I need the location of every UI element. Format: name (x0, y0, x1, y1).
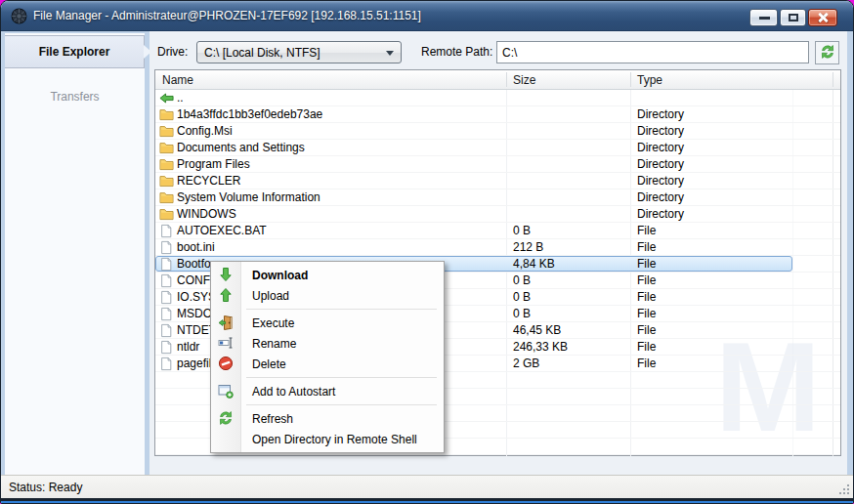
file-size: 0 B (513, 224, 531, 237)
file-icon (159, 307, 174, 321)
table-row[interactable]: .. (155, 90, 840, 106)
table-row[interactable]: 1b4a3ffdc1bb3ef0edeb73aeDirectory (155, 106, 840, 123)
file-type: File (637, 257, 656, 271)
column-header-type[interactable]: Type (637, 73, 662, 87)
file-name: RECYCLER (177, 174, 240, 188)
refresh-button[interactable] (815, 41, 839, 64)
folder-icon (159, 141, 174, 155)
sidebar: File Explorer Transfers (5, 33, 145, 475)
resize-grip[interactable] (837, 483, 849, 494)
table-row[interactable]: RECYCLERDirectory (155, 173, 840, 189)
menu-item-refresh[interactable]: Refresh (211, 408, 444, 429)
drive-label: Drive: (157, 45, 188, 59)
upload-icon (218, 287, 234, 303)
file-icon (159, 290, 174, 305)
context-menu: DownloadUploadExecuteRenameDeleteAdd to … (210, 261, 445, 453)
menu-item-label: Refresh (252, 412, 293, 426)
file-type: Directory (637, 157, 684, 171)
file-size: 0 B (513, 307, 531, 320)
menu-item-label: Execute (252, 316, 294, 330)
download-icon (218, 267, 234, 282)
file-name: Config.Msi (177, 124, 233, 138)
file-size: 212 B (513, 240, 543, 254)
title-bar[interactable]: File Manager - Administrateur@PHROZEN-17… (1, 1, 853, 31)
column-header-name[interactable]: Name (162, 73, 193, 87)
menu-separator (246, 377, 437, 378)
menu-item-rename[interactable]: Rename (211, 333, 444, 354)
remote-path-input[interactable] (496, 41, 809, 63)
table-row[interactable]: boot.ini212 BFile (155, 239, 840, 256)
file-type: Directory (637, 207, 684, 221)
file-size: 0 B (513, 290, 531, 304)
file-name: System Volume Information (177, 190, 320, 204)
maximize-button[interactable] (780, 9, 806, 26)
file-name: .. (177, 91, 184, 105)
menu-item-open-directory-in-remote-shell[interactable]: Open Directory in Remote Shell (211, 429, 444, 449)
sidebar-item-file-explorer[interactable]: File Explorer (5, 35, 145, 68)
table-row[interactable]: Documents and SettingsDirectory (155, 140, 840, 156)
column-divider[interactable] (630, 72, 631, 87)
sidebar-item-label: Transfers (50, 90, 99, 104)
table-row[interactable]: Program FilesDirectory (155, 156, 840, 173)
file-icon (159, 240, 174, 255)
file-type: File (637, 290, 656, 304)
refresh-icon (218, 410, 234, 426)
table-row[interactable]: AUTOEXEC.BAT0 BFile (155, 223, 840, 239)
app-logo-icon (11, 8, 27, 24)
file-type: Directory (637, 141, 684, 154)
folder-icon (159, 207, 174, 222)
file-icon (159, 323, 174, 338)
table-row[interactable]: Config.MsiDirectory (155, 123, 840, 140)
column-header-size[interactable]: Size (513, 73, 535, 87)
menu-item-download[interactable]: Download (211, 265, 444, 285)
file-icon (159, 273, 174, 288)
column-divider[interactable] (833, 72, 833, 87)
minimize-icon (759, 17, 770, 20)
file-size: 246,33 KB (513, 340, 568, 354)
remote-path-label: Remote Path: (421, 45, 492, 59)
column-divider[interactable] (506, 72, 507, 87)
menu-item-add-to-autostart[interactable]: Add to Autostart (211, 381, 444, 401)
file-size: 0 B (513, 273, 531, 287)
file-name: 1b4a3ffdc1bb3ef0edeb73ae (177, 107, 322, 121)
close-button[interactable] (808, 9, 837, 26)
folder-icon (159, 190, 174, 205)
menu-item-label: Rename (252, 337, 296, 351)
file-manager-window: File Manager - Administrateur@PHROZEN-17… (0, 0, 854, 504)
folder-icon (159, 174, 174, 189)
table-row[interactable]: WINDOWSDirectory (155, 206, 840, 223)
file-icon (159, 357, 174, 371)
file-icon (159, 257, 174, 272)
folder-icon (159, 157, 174, 172)
menu-item-upload[interactable]: Upload (211, 285, 444, 306)
table-row[interactable]: System Volume InformationDirectory (155, 189, 840, 206)
file-name: ntldr (177, 340, 199, 354)
file-icon (159, 224, 174, 238)
menu-item-label: Download (252, 269, 308, 282)
menu-item-label: Upload (252, 289, 289, 303)
file-type: Directory (637, 124, 684, 138)
rename-icon (218, 335, 234, 351)
file-name: Program Files (177, 157, 250, 171)
file-name: boot.ini (177, 240, 215, 254)
file-type: File (637, 340, 656, 354)
minimize-button[interactable] (749, 9, 778, 26)
close-icon (817, 12, 829, 23)
refresh-icon (820, 44, 835, 63)
file-name: AUTOEXEC.BAT (177, 224, 267, 237)
status-text: Status: Ready (9, 481, 82, 494)
autostart-icon (218, 383, 234, 399)
menu-separator (246, 404, 437, 405)
sidebar-item-transfers[interactable]: Transfers (5, 86, 145, 107)
window-title: File Manager - Administrateur@PHROZEN-17… (33, 9, 421, 22)
drive-select[interactable]: C:\ [Local Disk, NTFS] (196, 41, 402, 63)
menu-item-execute[interactable]: Execute (211, 313, 444, 333)
maximize-icon (789, 14, 798, 21)
file-type: File (637, 240, 656, 254)
menu-item-delete[interactable]: Delete (211, 354, 444, 374)
file-name: Bootfo (177, 257, 211, 271)
sidebar-item-label: File Explorer (39, 45, 110, 59)
file-type: File (637, 307, 656, 320)
menu-item-label: Open Directory in Remote Shell (252, 433, 417, 446)
file-name: WINDOWS (177, 207, 236, 221)
